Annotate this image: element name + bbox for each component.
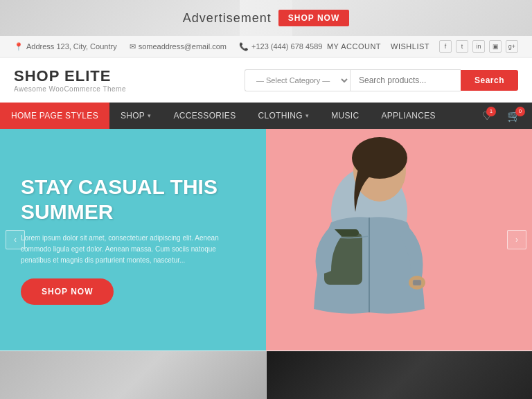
nav-item-appliances[interactable]: APPLIANCES: [370, 103, 446, 129]
nav-item-accessories[interactable]: ACCESSORIES: [162, 103, 247, 129]
twitter-icon[interactable]: t: [456, 40, 468, 53]
hero-text-content: STAY CASUAL THIS SUMMER Lorem ipsum dolo…: [21, 175, 229, 305]
nav-item-shop[interactable]: SHOP ▾: [109, 103, 163, 129]
hero-shop-now-button[interactable]: SHOP NOW: [21, 278, 114, 305]
thumbnail-item-2[interactable]: [267, 351, 533, 399]
hero-title: STAY CASUAL THIS SUMMER: [21, 175, 229, 224]
logo-title: SHOP ELITE: [14, 67, 126, 85]
email-info: someaddress@email.com: [130, 42, 227, 51]
top-bar-contact: Address 123, City, Country someaddress@e…: [14, 42, 322, 51]
hero-description: Lorem ipsum dolor sit amet, consectetuer…: [21, 233, 229, 266]
ad-shop-now-button[interactable]: SHOP NOW: [278, 10, 349, 26]
facebook-icon[interactable]: f: [439, 40, 452, 53]
instagram-icon[interactable]: ▣: [489, 40, 502, 53]
hero-prev-arrow[interactable]: ‹: [6, 230, 25, 249]
logo-subtitle: Awesome WooCommerce Theme: [14, 85, 126, 93]
nav-actions: ♡ 1 🛒 0: [478, 104, 525, 128]
product-thumbnail-row: [0, 351, 532, 399]
phone-icon: [239, 42, 249, 51]
location-icon: [14, 42, 24, 51]
wishlist-badge: 1: [486, 107, 496, 116]
nav-item-home-page-styles[interactable]: HOME PAGE STYLES: [0, 103, 109, 129]
thumbnail-item-1[interactable]: [0, 351, 266, 399]
top-bar: Address 123, City, Country someaddress@e…: [0, 36, 532, 57]
chevron-down-icon-clothing: ▾: [305, 112, 309, 119]
category-select[interactable]: — Select Category —: [245, 69, 350, 91]
hero-next-arrow[interactable]: ›: [507, 230, 526, 249]
main-nav: HOME PAGE STYLES SHOP ▾ ACCESSORIES CLOT…: [0, 103, 532, 129]
cart-nav-button[interactable]: 🛒 0: [503, 104, 525, 128]
nav-item-music[interactable]: MUSIC: [320, 103, 370, 129]
ad-text: Advertisement: [183, 11, 272, 26]
googleplus-icon[interactable]: g+: [506, 40, 518, 53]
logo: SHOP ELITE Awesome WooCommerce Theme: [14, 67, 126, 93]
site-header: SHOP ELITE Awesome WooCommerce Theme — S…: [0, 57, 532, 103]
hero-slider: STAY CASUAL THIS SUMMER Lorem ipsum dolo…: [0, 129, 532, 351]
top-bar-right: MY ACCOUNT WISHLIST f t in ▣ g+: [327, 40, 518, 53]
email-icon: [130, 42, 136, 51]
nav-items: HOME PAGE STYLES SHOP ▾ ACCESSORIES CLOT…: [0, 103, 447, 129]
chevron-down-icon: ▾: [148, 112, 151, 119]
hero-person-image: [262, 129, 477, 351]
search-input[interactable]: [350, 69, 461, 91]
cart-badge: 0: [515, 107, 525, 116]
svg-rect-6: [413, 280, 421, 285]
search-button[interactable]: Search: [461, 70, 518, 91]
social-icons: f t in ▣ g+: [439, 40, 518, 53]
address-info: Address 123, City, Country: [14, 42, 117, 51]
wishlist-nav-button[interactable]: ♡ 1: [478, 104, 496, 128]
wishlist-link[interactable]: WISHLIST: [391, 42, 429, 51]
my-account-link[interactable]: MY ACCOUNT: [327, 42, 381, 51]
search-form: — Select Category — Search: [245, 69, 518, 91]
nav-item-clothing[interactable]: CLOTHING ▾: [247, 103, 320, 129]
linkedin-icon[interactable]: in: [472, 40, 485, 53]
phone-info: +123 (444) 678 4589: [239, 42, 322, 51]
ad-banner: Advertisement SHOP NOW: [0, 0, 532, 36]
